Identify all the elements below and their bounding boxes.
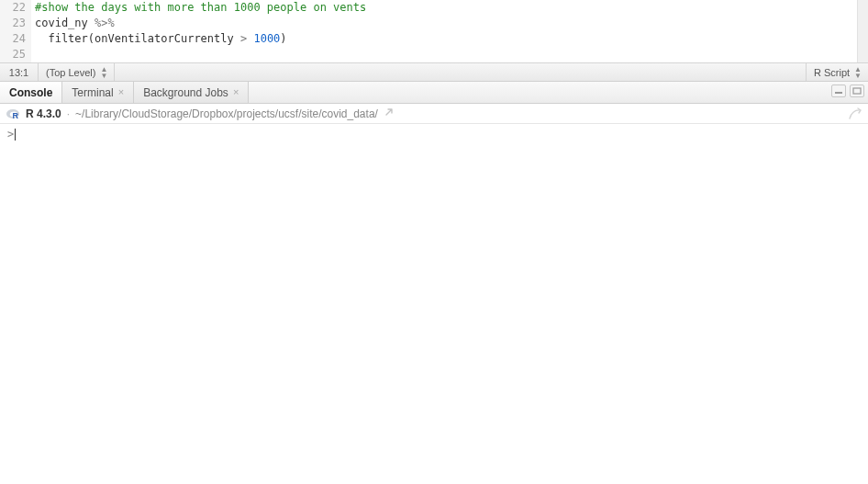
r-logo-icon: R [6, 107, 20, 121]
pane-controls [831, 84, 864, 97]
code-area[interactable]: 22232425 #show the days with more than 1… [0, 0, 868, 62]
updown-icon: ▲▼ [854, 66, 861, 79]
editor-scrollbar[interactable] [857, 0, 868, 62]
line-number-gutter: 22232425 [0, 0, 31, 62]
tab-label: Terminal [72, 86, 113, 99]
r-version: R 4.3.0 [26, 107, 61, 120]
svg-rect-1 [853, 88, 861, 94]
line-number: 23 [0, 16, 26, 31]
tab-console[interactable]: Console [0, 82, 62, 103]
tab-background-jobs[interactable]: Background Jobs× [134, 82, 249, 103]
maximize-pane-button[interactable] [850, 84, 864, 97]
updown-icon: ▲▼ [100, 66, 106, 79]
close-icon[interactable]: × [233, 87, 239, 97]
tab-terminal[interactable]: Terminal× [62, 82, 134, 103]
language-label: R Script [814, 67, 850, 78]
line-number: 22 [0, 0, 26, 16]
code-line[interactable] [35, 47, 868, 62]
tab-label: Console [9, 86, 52, 99]
console-info-bar: R R 4.3.0 · ~/Library/CloudStorage/Dropb… [0, 104, 868, 124]
console-cursor [15, 129, 16, 141]
working-directory[interactable]: ~/Library/CloudStorage/Dropbox/projects/… [75, 107, 378, 120]
separator-dot: · [67, 107, 70, 120]
popout-icon[interactable] [384, 107, 395, 120]
language-selector[interactable]: R Script ▲▼ [806, 63, 868, 81]
code-line[interactable]: covid_ny %>% [35, 16, 868, 31]
cursor-position: 13:1 [0, 63, 39, 81]
close-icon[interactable]: × [118, 87, 124, 97]
console-prompt: > [7, 128, 14, 141]
clear-console-icon[interactable] [848, 107, 862, 123]
minimize-pane-button[interactable] [831, 84, 846, 97]
console-tabs: ConsoleTerminal×Background Jobs× [0, 82, 868, 104]
code-line[interactable]: filter(onVentilatorCurrently > 1000) [35, 31, 868, 47]
svg-rect-0 [835, 92, 842, 94]
console-output[interactable]: > [0, 124, 868, 484]
editor-status-bar: 13:1 (Top Level) ▲▼ R Script ▲▼ [0, 62, 868, 81]
tab-label: Background Jobs [143, 86, 228, 99]
scope-selector[interactable]: (Top Level) ▲▼ [39, 63, 115, 81]
scope-label: (Top Level) [46, 67, 95, 78]
code-line[interactable]: #show the days with more than 1000 peopl… [35, 0, 868, 16]
line-number: 25 [0, 47, 26, 62]
code-text[interactable]: #show the days with more than 1000 peopl… [31, 0, 868, 62]
line-number: 24 [0, 31, 26, 47]
source-editor-pane: 22232425 #show the days with more than 1… [0, 0, 868, 82]
svg-text:R: R [13, 110, 19, 119]
